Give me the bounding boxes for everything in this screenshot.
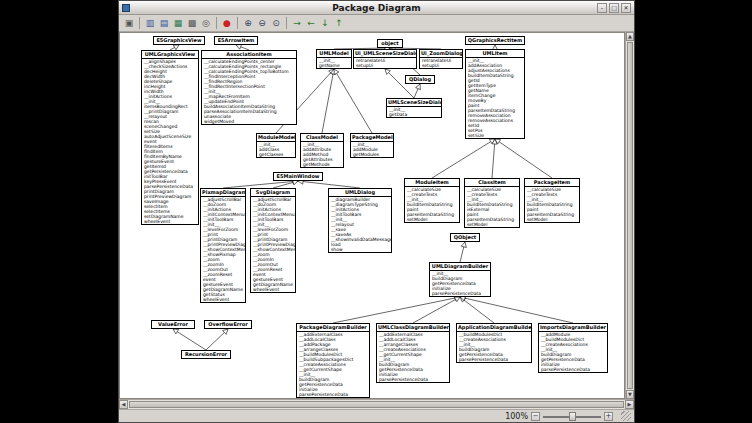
class-member: wheelEvent bbox=[201, 297, 245, 302]
save-icon[interactable]: ▥ bbox=[144, 17, 156, 29]
uml-class-box[interactable]: UMLGraphicsView__alignShapes__checkSizeA… bbox=[141, 50, 199, 225]
decrease-height-icon[interactable]: ↑ bbox=[333, 17, 345, 29]
print-preview-icon[interactable]: ◎ bbox=[200, 17, 212, 29]
scroll-right-button[interactable]: ▶ bbox=[625, 400, 634, 409]
class-member: parsePersistenceData bbox=[297, 392, 369, 397]
zoom-reset-icon[interactable]: ⊙ bbox=[270, 17, 282, 29]
class-name: UMLDiagramBuilder bbox=[430, 263, 490, 271]
uml-class-box[interactable]: ModuleModel__init__addClassgetClasses bbox=[256, 133, 296, 158]
scroll-left-button[interactable]: ◀ bbox=[119, 400, 128, 409]
zoom-in-icon[interactable]: ⊕ bbox=[242, 17, 254, 29]
uml-class-box[interactable]: object bbox=[377, 39, 403, 48]
uml-class-box[interactable]: QGraphicsRectItem bbox=[465, 36, 525, 45]
class-name: ApplicationDiagramBuilder bbox=[457, 324, 531, 332]
class-member: setModel bbox=[465, 222, 519, 227]
uml-class-box[interactable]: E5MainWindow bbox=[273, 172, 323, 181]
class-member: wheelEvent bbox=[142, 219, 198, 224]
zoom-slider-thumb[interactable] bbox=[569, 412, 576, 421]
vertical-scroll-thumb[interactable] bbox=[627, 42, 633, 389]
class-name: UMLItem bbox=[466, 50, 524, 58]
uml-class-box[interactable]: QObject bbox=[450, 233, 480, 242]
class-name: UMLGraphicsView bbox=[142, 51, 198, 59]
decrease-width-icon[interactable]: ← bbox=[305, 17, 317, 29]
class-name: ModuleModel bbox=[257, 134, 295, 142]
increase-width-icon[interactable]: → bbox=[291, 17, 303, 29]
scroll-up-button[interactable]: ▲ bbox=[626, 32, 634, 41]
uml-class-box[interactable]: SvgDiagram__adjustScrollBar__doZoom__ini… bbox=[250, 188, 296, 293]
class-member: parsePersistenceData bbox=[430, 291, 490, 296]
class-member: getModules bbox=[351, 152, 393, 157]
class-name: Ui_ZoomDialog bbox=[420, 50, 462, 58]
class-name: UMLModel bbox=[317, 50, 351, 58]
class-name: QObject bbox=[451, 234, 479, 242]
uml-class-box[interactable]: ImportsDiagramBuilder__addModule__buildM… bbox=[538, 323, 608, 373]
class-member: getData bbox=[387, 112, 441, 117]
uml-class-box[interactable]: PixmapDiagram__adjustScrollBar__doZoom__… bbox=[200, 188, 246, 303]
uml-class-box[interactable]: UMLClassDiagramBuilder__addExternalClass… bbox=[376, 323, 450, 383]
zoom-out-icon[interactable]: ⊖ bbox=[256, 17, 268, 29]
diagram-canvas[interactable]: E5GraphicsViewE5ArrowItemobjectQGraphics… bbox=[119, 32, 625, 399]
class-member: getMethods bbox=[301, 162, 343, 167]
uml-class-box[interactable]: RecursionError bbox=[181, 350, 231, 359]
uml-class-box[interactable]: ApplicationDiagramBuilder__buildModulesD… bbox=[456, 323, 532, 363]
uml-class-box[interactable]: E5ArrowItem bbox=[214, 36, 258, 45]
uml-class-box[interactable]: UMLSceneSizeDialog__init__getData bbox=[386, 98, 442, 118]
window-title: Package Diagram bbox=[119, 3, 634, 13]
uml-class-box[interactable]: AssociationItem__calculateEndingPoints_c… bbox=[201, 50, 297, 125]
resize-grip[interactable] bbox=[621, 411, 631, 421]
uml-class-box[interactable]: ValueError bbox=[151, 320, 195, 329]
zoom-level-label: 100% bbox=[505, 412, 528, 421]
class-name: ModuleItem bbox=[405, 179, 459, 187]
zoom-slider[interactable] bbox=[543, 412, 601, 421]
horizontal-scrollbar: ◀ ▶ bbox=[119, 399, 634, 409]
vertical-scrollbar: ▲ ▼ bbox=[625, 32, 634, 399]
uml-class-box[interactable]: PackageItem__calculateSize__createTexts_… bbox=[524, 178, 580, 223]
increase-height-icon[interactable]: ↓ bbox=[319, 17, 331, 29]
uml-class-box[interactable]: UMLDiagramBuilder__init__buildDiagramget… bbox=[429, 262, 491, 297]
class-name: PackageModel bbox=[351, 134, 393, 142]
uml-class-box[interactable]: UMLModel__init__getName bbox=[316, 49, 352, 69]
uml-class-box[interactable]: PackageModel__init__addModulegetModules bbox=[350, 133, 394, 158]
uml-class-box[interactable]: OverflowError bbox=[204, 320, 252, 329]
save-image-icon[interactable]: ▦ bbox=[172, 17, 184, 29]
uml-class-box[interactable]: QDialog bbox=[405, 75, 435, 84]
relayout-icon[interactable]: ● bbox=[221, 17, 233, 29]
class-name: PixmapDiagram bbox=[201, 189, 245, 197]
class-name: ValueError bbox=[152, 321, 194, 329]
maximize-button[interactable]: □ bbox=[609, 3, 619, 13]
uml-class-box[interactable]: ClassModel__init__addAttributeaddMethodg… bbox=[300, 133, 344, 168]
package-diagram-window: Package Diagram –□✕ ▣▥▤▦▩◎●⊕⊖⊙→←↓↑ E5Gra… bbox=[118, 0, 635, 423]
class-member: parsePersistenceData bbox=[539, 367, 607, 372]
zoom-in-button[interactable]: + bbox=[604, 412, 613, 421]
class-name: PackageItem bbox=[525, 179, 579, 187]
minimize-button[interactable]: – bbox=[597, 3, 607, 13]
toolbar-separator bbox=[216, 17, 217, 29]
class-name: RecursionError bbox=[182, 351, 230, 359]
uml-class-box[interactable]: ClassItem__calculateSize__createTexts__i… bbox=[464, 178, 520, 228]
class-member: setSize bbox=[466, 133, 524, 138]
toolbar-separator bbox=[139, 17, 140, 29]
uml-class-box[interactable]: UMLItem__init__addAssociationadjustAssoc… bbox=[465, 49, 525, 139]
uml-class-box[interactable]: Ui_ZoomDialogretranslateUisetupUi bbox=[419, 49, 463, 69]
class-name: ClassItem bbox=[465, 179, 519, 187]
uml-class-box[interactable]: ModuleItem__calculateSize__createTexts__… bbox=[404, 178, 460, 223]
scroll-down-button[interactable]: ▼ bbox=[626, 390, 634, 399]
zoom-out-button[interactable]: − bbox=[531, 412, 540, 421]
horizontal-scroll-thumb[interactable] bbox=[129, 401, 624, 408]
toolbar: ▣▥▤▦▩◎●⊕⊖⊙→←↓↑ bbox=[119, 15, 634, 32]
class-name: PackageDiagramBuilder bbox=[297, 324, 369, 332]
titlebar[interactable]: Package Diagram –□✕ bbox=[119, 1, 634, 15]
uml-class-box[interactable]: PackageDiagramBuilder__addExternalClass_… bbox=[296, 323, 370, 398]
close-button[interactable]: ✕ bbox=[621, 3, 631, 13]
uml-class-box[interactable]: UMLDialog__diagramBuilder__diagramTypeSt… bbox=[328, 188, 392, 253]
uml-class-box[interactable]: Ui_UMLSceneSizeDialogretranslateUisetupU… bbox=[353, 49, 417, 69]
toolbar-separator bbox=[286, 17, 287, 29]
uml-class-box[interactable]: E5GraphicsView bbox=[153, 36, 205, 45]
statusbar: 100% − + bbox=[119, 409, 634, 422]
class-name: OverflowError bbox=[205, 321, 251, 329]
save-as-icon[interactable]: ▤ bbox=[158, 17, 170, 29]
window-controls: –□✕ bbox=[597, 3, 631, 13]
print-icon[interactable]: ▩ bbox=[186, 17, 198, 29]
class-member: wheelEvent bbox=[251, 287, 295, 292]
close-window-icon[interactable]: ▣ bbox=[123, 17, 135, 29]
